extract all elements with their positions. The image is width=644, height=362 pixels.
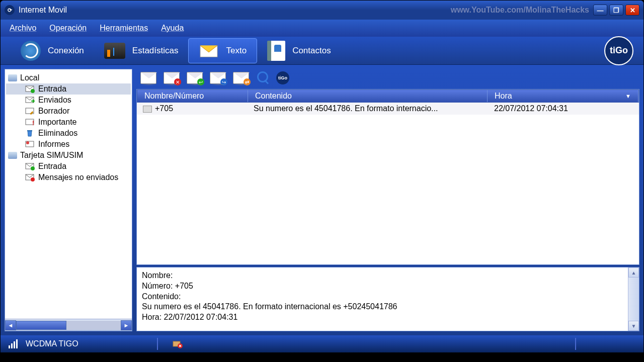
preview-contenido-label: Contenido: — [142, 292, 181, 301]
main-panel: ✕ ↩ ↪ ⇄ tiGo Nombre/Número Contenido Hor… — [136, 69, 639, 331]
search-button[interactable] — [256, 71, 269, 84]
svg-point-12 — [31, 166, 35, 170]
folder-sim[interactable]: Tarjeta SIM/USIM — [6, 150, 131, 161]
tab-contactos[interactable]: Contactos — [257, 38, 341, 63]
delete-badge-icon: ✕ — [174, 78, 181, 85]
forward-button[interactable]: ↪ — [210, 72, 226, 84]
folder-eliminados[interactable]: Eliminados — [6, 128, 131, 139]
main-toolbar: Conexión Estadísticas Texto Contactos ti… — [1, 37, 643, 65]
tab-estadisticas-label: Estadísticas — [132, 46, 179, 56]
message-preview: Nombre: Número: +705 Contenido: Su numer… — [136, 267, 639, 331]
folder-informes[interactable]: Informes — [6, 139, 131, 150]
folder-icon — [8, 74, 17, 81]
message-read-icon — [143, 106, 152, 113]
status-separator — [157, 338, 158, 350]
preview-numero-label: Número: — [142, 282, 173, 290]
folder-importante[interactable]: !Importante — [6, 117, 131, 128]
watermark-text: www.YouTube.com/MolinaTheHacks — [451, 6, 589, 15]
tab-texto[interactable]: Texto — [188, 38, 257, 63]
scroll-track[interactable] — [628, 278, 639, 321]
close-button[interactable]: ✕ — [625, 5, 639, 16]
folder-sim-entrada[interactable]: Entrada — [6, 161, 131, 172]
svg-text:!: ! — [32, 120, 34, 126]
sidebar-scrollbar[interactable]: ◄ ► — [5, 319, 132, 331]
preview-contenido: Su numero es el 45041786. En formato int… — [142, 302, 623, 312]
send-receive-button[interactable]: ⇄ — [233, 72, 249, 84]
important-icon: ! — [25, 118, 35, 126]
cell-content: Su numero es el 45041786. En formato int… — [248, 104, 488, 113]
cell-time: 22/07/2012 07:04:31 — [488, 104, 639, 113]
trash-icon — [25, 129, 35, 137]
maximize-button[interactable]: ❐ — [609, 5, 623, 16]
svg-rect-8 — [27, 130, 32, 131]
message-grid: Nombre/Número Contenido Hora +705 Su num… — [136, 89, 639, 265]
brand-button[interactable]: tiGo — [276, 71, 289, 84]
menu-herramientas[interactable]: Herramientas — [100, 24, 148, 33]
contacts-icon — [267, 41, 285, 61]
app-window: ⟳ Internet Movil www.YouTube.com/MolinaT… — [1, 1, 643, 352]
stats-icon — [104, 43, 125, 59]
column-name[interactable]: Nombre/Número — [137, 90, 248, 102]
app-icon: ⟳ — [5, 5, 15, 15]
draft-icon — [25, 107, 35, 115]
tab-texto-label: Texto — [226, 46, 247, 56]
reply-button[interactable]: ↩ — [187, 72, 203, 84]
scroll-down-button[interactable]: ▼ — [628, 321, 639, 331]
preview-hora-label: Hora: — [142, 313, 162, 321]
svg-point-14 — [31, 177, 35, 182]
menubar: Archivo Operación Herramientas Ayuda — [1, 20, 643, 37]
preview-body[interactable]: Nombre: Número: +705 Contenido: Su numer… — [137, 267, 628, 331]
preview-scrollbar[interactable]: ▲ ▼ — [628, 267, 639, 331]
reports-icon — [25, 140, 35, 148]
folder-icon — [8, 152, 17, 159]
connection-error-icon — [172, 339, 183, 348]
preview-hora: 22/07/2012 07:04:31 — [164, 313, 238, 321]
minimize-button[interactable]: — — [593, 5, 607, 16]
new-message-button[interactable] — [140, 72, 156, 84]
tab-conexion[interactable]: Conexión — [11, 38, 94, 63]
tab-contactos-label: Contactos — [292, 46, 331, 56]
status-separator — [575, 338, 576, 350]
envelope-icon — [199, 42, 219, 60]
content-area: Local Entrada Enviados Borrador !Importa… — [1, 65, 643, 335]
column-time[interactable]: Hora — [488, 90, 638, 102]
menu-ayuda[interactable]: Ayuda — [161, 24, 184, 33]
grid-header: Nombre/Número Contenido Hora — [137, 89, 639, 103]
sync-badge-icon: ⇄ — [244, 78, 251, 85]
tab-conexion-label: Conexión — [48, 46, 84, 56]
scroll-track[interactable] — [66, 321, 121, 330]
preview-nombre-label: Nombre: — [142, 271, 173, 280]
scroll-right-button[interactable]: ► — [121, 320, 132, 330]
svg-point-2 — [31, 89, 35, 93]
window-title: Internet Movil — [19, 6, 451, 15]
folder-sidebar: Local Entrada Enviados Borrador !Importa… — [5, 69, 132, 331]
tab-estadisticas[interactable]: Estadísticas — [94, 38, 189, 63]
forward-badge-icon: ↪ — [220, 78, 227, 85]
message-toolbar: ✕ ↩ ↪ ⇄ tiGo — [136, 69, 639, 87]
menu-archivo[interactable]: Archivo — [10, 24, 36, 33]
network-status: WCDMA TIGO — [26, 339, 78, 348]
scroll-left-button[interactable]: ◄ — [5, 320, 16, 330]
statusbar: WCDMA TIGO — [1, 335, 643, 352]
brand-logo: tiGo — [604, 36, 633, 65]
column-content[interactable]: Contenido — [248, 90, 488, 102]
cell-name: +705 — [155, 104, 173, 113]
svg-point-10 — [26, 141, 29, 144]
message-row[interactable]: +705 Su numero es el 45041786. En format… — [137, 103, 639, 115]
refresh-icon — [21, 41, 41, 61]
inbox-icon — [25, 85, 35, 93]
folder-enviados[interactable]: Enviados — [6, 95, 131, 106]
inbox-icon — [25, 162, 35, 170]
folder-local[interactable]: Local — [6, 72, 131, 83]
titlebar[interactable]: ⟳ Internet Movil www.YouTube.com/MolinaT… — [1, 1, 643, 20]
menu-operacion[interactable]: Operación — [49, 24, 87, 33]
reply-badge-icon: ↩ — [197, 78, 204, 85]
folder-tree: Local Entrada Enviados Borrador !Importa… — [5, 69, 132, 319]
delete-message-button[interactable]: ✕ — [164, 72, 180, 84]
scroll-up-button[interactable]: ▲ — [628, 267, 639, 278]
unsent-icon — [25, 173, 35, 182]
folder-borrador[interactable]: Borrador — [6, 106, 131, 117]
folder-no-enviados[interactable]: Mensajes no enviados — [6, 172, 131, 183]
folder-entrada[interactable]: Entrada — [6, 83, 131, 95]
scroll-thumb[interactable] — [16, 321, 66, 330]
